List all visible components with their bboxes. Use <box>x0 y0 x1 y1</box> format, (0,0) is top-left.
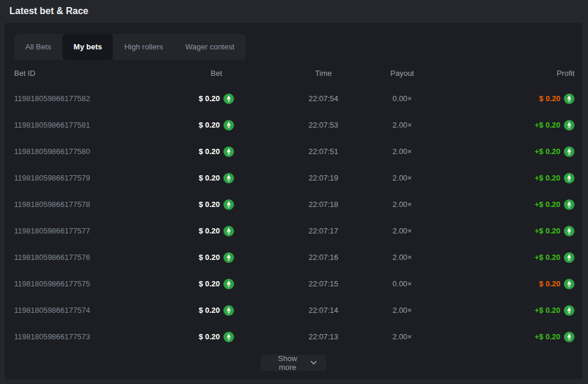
tab-all-bets[interactable]: All Bets <box>14 34 62 60</box>
bet-time: 22:07:19 <box>309 173 339 182</box>
bet-payout-multiplier: 0.00× <box>393 279 412 288</box>
bet-time: 22:07:54 <box>309 94 339 103</box>
bet-payout-multiplier: 2.00× <box>393 332 412 341</box>
bet-payout-multiplier: 2.00× <box>393 173 412 182</box>
eth-coin-icon <box>223 146 234 157</box>
table-header-row: Bet IDBetTimePayoutProfit <box>5 66 582 80</box>
column-header-bet-id: Bet ID <box>14 69 161 78</box>
bet-payout-multiplier: 2.00× <box>393 121 412 129</box>
bet-id: 119818059866177578 <box>14 200 161 209</box>
bet-row[interactable]: 119818059866177578$ 0.2022:07:182.00×+$ … <box>5 191 582 218</box>
tab-my-bets[interactable]: My bets <box>62 34 113 60</box>
column-header-payout: Payout <box>390 69 414 78</box>
eth-coin-icon <box>223 94 234 104</box>
show-more-button[interactable]: Show more <box>260 355 326 371</box>
bet-profit-cell: +$ 0.20 <box>534 226 574 236</box>
bet-amount-cell: $ 0.20 <box>199 226 234 236</box>
eth-coin-icon <box>564 332 574 342</box>
bet-amount-cell: $ 0.20 <box>199 305 234 316</box>
bet-profit: $ 0.20 <box>539 279 560 288</box>
bet-profit: $ 0.20 <box>539 94 560 103</box>
bet-payout-multiplier: 2.00× <box>393 306 412 315</box>
bet-payout-multiplier: 2.00× <box>393 147 412 156</box>
eth-coin-icon <box>564 305 574 316</box>
bet-id: 119818059866177574 <box>14 306 161 315</box>
bet-profit: +$ 0.20 <box>534 147 560 156</box>
eth-coin-icon <box>223 332 234 342</box>
bet-time: 22:07:51 <box>309 147 339 156</box>
bet-amount-cell: $ 0.20 <box>199 120 234 131</box>
bet-row[interactable]: 119818059866177577$ 0.2022:07:172.00×+$ … <box>5 218 582 244</box>
bet-amount: $ 0.20 <box>199 306 220 315</box>
column-header-bet: Bet <box>211 69 222 78</box>
show-more-label: Show more <box>270 354 305 372</box>
column-header-profit: Profit <box>557 69 574 78</box>
bet-amount: $ 0.20 <box>199 173 220 182</box>
eth-coin-icon <box>564 279 574 289</box>
eth-coin-icon <box>223 305 234 316</box>
bet-id: 119818059866177573 <box>14 332 161 341</box>
bet-profit-cell: +$ 0.20 <box>534 146 574 157</box>
bet-profit: +$ 0.20 <box>534 121 560 129</box>
bet-row[interactable]: 119818059866177574$ 0.2022:07:142.00×+$ … <box>5 297 582 323</box>
bet-time: 22:07:15 <box>309 279 339 288</box>
bet-row[interactable]: 119818059866177581$ 0.2022:07:532.00×+$ … <box>5 112 582 138</box>
eth-coin-icon <box>223 252 234 263</box>
bet-id: 119818059866177580 <box>14 147 161 156</box>
bet-profit-cell: $ 0.20 <box>539 279 574 289</box>
bet-profit-cell: +$ 0.20 <box>534 332 574 342</box>
chevron-down-icon <box>310 360 317 365</box>
eth-coin-icon <box>564 199 574 210</box>
page-title: Latest bet & Race <box>0 0 88 23</box>
bet-amount: $ 0.20 <box>199 121 220 129</box>
bet-profit-cell: +$ 0.20 <box>534 120 574 131</box>
eth-coin-icon <box>564 146 574 157</box>
bet-amount: $ 0.20 <box>199 200 220 209</box>
bet-row[interactable]: 119818059866177573$ 0.2022:07:132.00×+$ … <box>5 323 582 350</box>
tab-high-rollers[interactable]: High rollers <box>113 34 174 60</box>
bet-time: 22:07:17 <box>309 226 339 235</box>
bet-amount: $ 0.20 <box>199 94 220 103</box>
bet-payout-multiplier: 2.00× <box>393 226 412 235</box>
bet-amount-cell: $ 0.20 <box>199 279 234 289</box>
bet-id: 119818059866177579 <box>14 173 161 182</box>
bet-payout-multiplier: 2.00× <box>393 200 412 209</box>
bet-time: 22:07:13 <box>309 332 339 341</box>
bet-row[interactable]: 119818059866177575$ 0.2022:07:150.00×$ 0… <box>5 271 582 297</box>
column-header-time: Time <box>315 69 332 78</box>
bet-row[interactable]: 119818059866177579$ 0.2022:07:192.00×+$ … <box>5 165 582 191</box>
bet-time: 22:07:14 <box>309 306 339 315</box>
bet-amount: $ 0.20 <box>199 147 220 156</box>
bet-amount: $ 0.20 <box>199 279 220 288</box>
bet-id: 119818059866177575 <box>14 279 161 288</box>
bet-amount: $ 0.20 <box>199 226 220 235</box>
eth-coin-icon <box>564 173 574 183</box>
bets-table: Bet IDBetTimePayoutProfit 11981805986617… <box>5 66 582 350</box>
bet-payout-multiplier: 0.00× <box>393 94 412 103</box>
bet-profit-cell: $ 0.20 <box>539 94 574 104</box>
bet-amount-cell: $ 0.20 <box>199 146 234 157</box>
bet-row[interactable]: 119818059866177580$ 0.2022:07:512.00×+$ … <box>5 138 582 165</box>
bet-time: 22:07:53 <box>309 121 339 129</box>
bet-profit: +$ 0.20 <box>534 306 560 315</box>
bet-id: 119818059866177581 <box>14 121 161 129</box>
bet-amount-cell: $ 0.20 <box>199 173 234 183</box>
tab-wager-contest[interactable]: Wager contest <box>174 34 245 60</box>
bet-amount-cell: $ 0.20 <box>199 199 234 210</box>
table-body: 119818059866177582$ 0.2022:07:540.00×$ 0… <box>5 85 582 350</box>
bet-id: 119818059866177576 <box>14 253 161 262</box>
bet-row[interactable]: 119818059866177576$ 0.2022:07:162.00×+$ … <box>5 244 582 271</box>
bet-profit: +$ 0.20 <box>534 332 560 341</box>
bet-amount-cell: $ 0.20 <box>199 332 234 342</box>
eth-coin-icon <box>223 199 234 210</box>
bets-tabbar: All BetsMy betsHigh rollersWager contest <box>14 34 246 60</box>
bet-row[interactable]: 119818059866177582$ 0.2022:07:540.00×$ 0… <box>5 85 582 112</box>
bet-time: 22:07:16 <box>309 253 339 262</box>
bet-profit-cell: +$ 0.20 <box>534 199 574 210</box>
eth-coin-icon <box>223 120 234 131</box>
eth-coin-icon <box>223 279 234 289</box>
bet-amount-cell: $ 0.20 <box>199 252 234 263</box>
eth-coin-icon <box>564 226 574 236</box>
bet-profit-cell: +$ 0.20 <box>534 173 574 183</box>
bet-profit: +$ 0.20 <box>534 173 560 182</box>
